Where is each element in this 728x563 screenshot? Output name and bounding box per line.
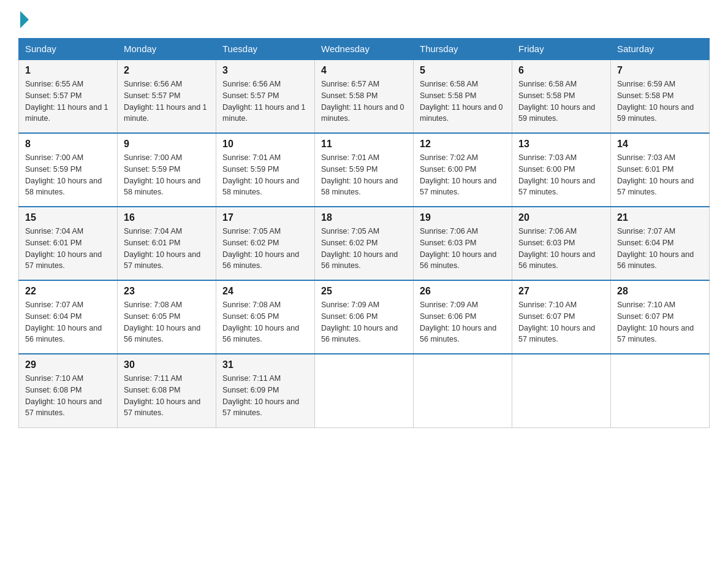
calendar-day-cell: 5 Sunrise: 6:58 AMSunset: 5:58 PMDayligh… — [414, 59, 512, 133]
weekday-header-sunday: Sunday — [19, 39, 118, 60]
day-info: Sunrise: 7:05 AMSunset: 6:02 PMDaylight:… — [321, 226, 407, 272]
calendar-day-cell: 3 Sunrise: 6:56 AMSunset: 5:57 PMDayligh… — [216, 59, 315, 133]
calendar-day-cell: 13 Sunrise: 7:03 AMSunset: 6:00 PMDaylig… — [512, 133, 611, 207]
calendar-day-cell: 21 Sunrise: 7:07 AMSunset: 6:04 PMDaylig… — [611, 207, 710, 280]
weekday-header-thursday: Thursday — [414, 39, 512, 60]
day-number: 27 — [518, 286, 604, 297]
day-number: 8 — [25, 139, 111, 150]
calendar-week-row: 8 Sunrise: 7:00 AMSunset: 5:59 PMDayligh… — [19, 133, 710, 207]
weekday-header-row: SundayMondayTuesdayWednesdayThursdayFrid… — [19, 39, 710, 60]
calendar-day-cell: 6 Sunrise: 6:58 AMSunset: 5:58 PMDayligh… — [512, 59, 611, 133]
day-info: Sunrise: 7:02 AMSunset: 6:00 PMDaylight:… — [420, 152, 506, 198]
calendar-week-row: 1 Sunrise: 6:55 AMSunset: 5:57 PMDayligh… — [19, 59, 710, 133]
calendar-day-cell: 24 Sunrise: 7:08 AMSunset: 6:05 PMDaylig… — [216, 280, 315, 354]
calendar-day-cell: 20 Sunrise: 7:06 AMSunset: 6:03 PMDaylig… — [512, 207, 611, 280]
page-header — [18, 12, 710, 27]
calendar-day-cell: 11 Sunrise: 7:01 AMSunset: 5:59 PMDaylig… — [315, 133, 414, 207]
day-info: Sunrise: 6:55 AMSunset: 5:57 PMDaylight:… — [25, 79, 111, 124]
day-info: Sunrise: 7:00 AMSunset: 5:59 PMDaylight:… — [25, 152, 111, 198]
day-info: Sunrise: 7:11 AMSunset: 6:08 PMDaylight:… — [124, 373, 210, 419]
calendar-week-row: 29 Sunrise: 7:10 AMSunset: 6:08 PMDaylig… — [19, 354, 710, 427]
day-info: Sunrise: 7:08 AMSunset: 6:05 PMDaylight:… — [124, 299, 210, 345]
day-number: 18 — [321, 212, 407, 223]
calendar-week-row: 15 Sunrise: 7:04 AMSunset: 6:01 PMDaylig… — [19, 207, 710, 280]
day-info: Sunrise: 7:10 AMSunset: 6:07 PMDaylight:… — [617, 299, 703, 345]
day-info: Sunrise: 6:58 AMSunset: 5:58 PMDaylight:… — [518, 79, 604, 124]
day-number: 11 — [321, 139, 407, 150]
day-number: 29 — [25, 359, 111, 370]
day-number: 1 — [25, 65, 111, 76]
logo-general — [18, 12, 30, 29]
calendar-day-cell: 10 Sunrise: 7:01 AMSunset: 5:59 PMDaylig… — [216, 133, 315, 207]
day-info: Sunrise: 7:09 AMSunset: 6:06 PMDaylight:… — [321, 299, 407, 345]
day-info: Sunrise: 6:56 AMSunset: 5:57 PMDaylight:… — [124, 79, 210, 124]
day-number: 5 — [420, 65, 506, 76]
weekday-header-wednesday: Wednesday — [315, 39, 414, 60]
day-info: Sunrise: 7:04 AMSunset: 6:01 PMDaylight:… — [124, 226, 210, 272]
day-number: 6 — [518, 65, 604, 76]
day-info: Sunrise: 7:11 AMSunset: 6:09 PMDaylight:… — [222, 373, 308, 419]
day-number: 22 — [25, 286, 111, 297]
weekday-header-tuesday: Tuesday — [216, 39, 315, 60]
day-info: Sunrise: 7:06 AMSunset: 6:03 PMDaylight:… — [518, 226, 604, 272]
day-info: Sunrise: 6:57 AMSunset: 5:58 PMDaylight:… — [321, 79, 407, 124]
day-info: Sunrise: 6:56 AMSunset: 5:57 PMDaylight:… — [222, 79, 308, 124]
day-info: Sunrise: 7:10 AMSunset: 6:07 PMDaylight:… — [518, 299, 604, 345]
day-number: 28 — [617, 286, 703, 297]
calendar-day-cell: 1 Sunrise: 6:55 AMSunset: 5:57 PMDayligh… — [19, 59, 118, 133]
day-number: 2 — [124, 65, 210, 76]
day-info: Sunrise: 7:04 AMSunset: 6:01 PMDaylight:… — [25, 226, 111, 272]
calendar-day-cell: 19 Sunrise: 7:06 AMSunset: 6:03 PMDaylig… — [414, 207, 512, 280]
day-info: Sunrise: 7:07 AMSunset: 6:04 PMDaylight:… — [25, 299, 111, 345]
day-info: Sunrise: 6:59 AMSunset: 5:58 PMDaylight:… — [617, 79, 703, 124]
day-number: 19 — [420, 212, 506, 223]
day-number: 20 — [518, 212, 604, 223]
day-info: Sunrise: 7:03 AMSunset: 6:00 PMDaylight:… — [518, 152, 604, 198]
day-info: Sunrise: 7:03 AMSunset: 6:01 PMDaylight:… — [617, 152, 703, 198]
day-number: 9 — [124, 139, 210, 150]
day-info: Sunrise: 7:07 AMSunset: 6:04 PMDaylight:… — [617, 226, 703, 272]
day-number: 25 — [321, 286, 407, 297]
day-info: Sunrise: 7:10 AMSunset: 6:08 PMDaylight:… — [25, 373, 111, 419]
day-number: 14 — [617, 139, 703, 150]
day-number: 10 — [222, 139, 308, 150]
calendar-day-cell: 8 Sunrise: 7:00 AMSunset: 5:59 PMDayligh… — [19, 133, 118, 207]
weekday-header-friday: Friday — [512, 39, 611, 60]
day-info: Sunrise: 7:09 AMSunset: 6:06 PMDaylight:… — [420, 299, 506, 345]
logo-arrow-icon — [20, 11, 29, 28]
calendar-day-cell: 7 Sunrise: 6:59 AMSunset: 5:58 PMDayligh… — [611, 59, 710, 133]
calendar-day-cell — [315, 354, 414, 427]
calendar-day-cell: 4 Sunrise: 6:57 AMSunset: 5:58 PMDayligh… — [315, 59, 414, 133]
day-number: 24 — [222, 286, 308, 297]
day-info: Sunrise: 7:06 AMSunset: 6:03 PMDaylight:… — [420, 226, 506, 272]
calendar-day-cell: 29 Sunrise: 7:10 AMSunset: 6:08 PMDaylig… — [19, 354, 118, 427]
calendar-day-cell: 28 Sunrise: 7:10 AMSunset: 6:07 PMDaylig… — [611, 280, 710, 354]
weekday-header-monday: Monday — [118, 39, 216, 60]
day-number: 12 — [420, 139, 506, 150]
day-info: Sunrise: 6:58 AMSunset: 5:58 PMDaylight:… — [420, 79, 506, 124]
calendar-table: SundayMondayTuesdayWednesdayThursdayFrid… — [18, 38, 710, 428]
calendar-day-cell: 15 Sunrise: 7:04 AMSunset: 6:01 PMDaylig… — [19, 207, 118, 280]
calendar-day-cell: 2 Sunrise: 6:56 AMSunset: 5:57 PMDayligh… — [118, 59, 216, 133]
day-info: Sunrise: 7:01 AMSunset: 5:59 PMDaylight:… — [222, 152, 308, 198]
calendar-day-cell: 16 Sunrise: 7:04 AMSunset: 6:01 PMDaylig… — [118, 207, 216, 280]
calendar-day-cell — [611, 354, 710, 427]
calendar-day-cell: 9 Sunrise: 7:00 AMSunset: 5:59 PMDayligh… — [118, 133, 216, 207]
day-number: 23 — [124, 286, 210, 297]
day-number: 3 — [222, 65, 308, 76]
day-info: Sunrise: 7:05 AMSunset: 6:02 PMDaylight:… — [222, 226, 308, 272]
day-number: 15 — [25, 212, 111, 223]
calendar-day-cell: 31 Sunrise: 7:11 AMSunset: 6:09 PMDaylig… — [216, 354, 315, 427]
day-number: 21 — [617, 212, 703, 223]
calendar-day-cell: 14 Sunrise: 7:03 AMSunset: 6:01 PMDaylig… — [611, 133, 710, 207]
calendar-day-cell: 26 Sunrise: 7:09 AMSunset: 6:06 PMDaylig… — [414, 280, 512, 354]
day-number: 17 — [222, 212, 308, 223]
day-number: 16 — [124, 212, 210, 223]
calendar-day-cell: 22 Sunrise: 7:07 AMSunset: 6:04 PMDaylig… — [19, 280, 118, 354]
calendar-day-cell: 17 Sunrise: 7:05 AMSunset: 6:02 PMDaylig… — [216, 207, 315, 280]
calendar-day-cell: 30 Sunrise: 7:11 AMSunset: 6:08 PMDaylig… — [118, 354, 216, 427]
day-number: 31 — [222, 359, 308, 370]
calendar-day-cell: 27 Sunrise: 7:10 AMSunset: 6:07 PMDaylig… — [512, 280, 611, 354]
day-number: 26 — [420, 286, 506, 297]
logo — [18, 12, 30, 27]
